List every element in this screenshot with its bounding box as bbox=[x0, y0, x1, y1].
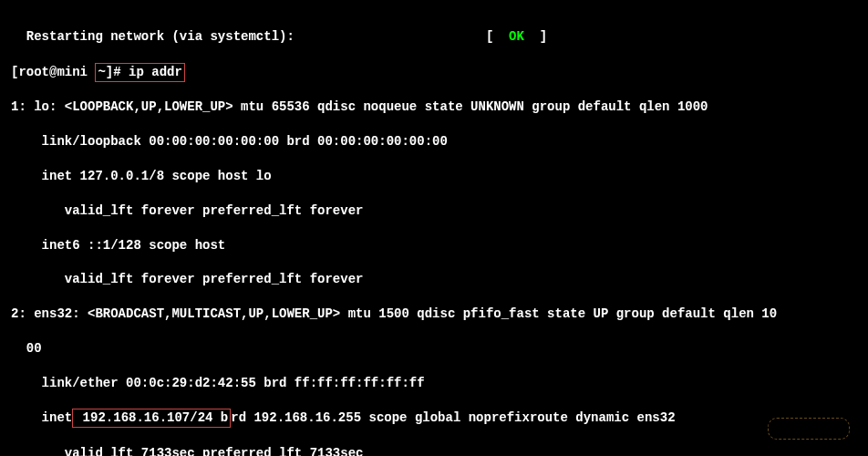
inet-prefix: inet bbox=[11, 410, 72, 425]
iface-lo-valid6: valid_lft forever preferred_lft forever bbox=[11, 271, 857, 288]
watermark bbox=[768, 418, 850, 440]
iface-lo-valid: valid_lft forever preferred_lft forever bbox=[11, 202, 857, 220]
terminal-output[interactable]: Restarting network (via systemctl): [ OK… bbox=[7, 7, 861, 456]
restart-text: Restarting network (via systemctl): [ bbox=[11, 29, 509, 44]
iface-lo-link: link/loopback 00:00:00:00:00:00 brd 00:0… bbox=[11, 133, 857, 150]
iface-lo-inet: inet 127.0.0.1/8 scope host lo bbox=[11, 168, 857, 185]
restart-status-line: Restarting network (via systemctl): [ OK… bbox=[11, 28, 857, 46]
prompt-ip-addr: [root@mini ~]# ip addr bbox=[11, 63, 857, 82]
restart-post: ] bbox=[524, 29, 547, 44]
ok-status: OK bbox=[509, 29, 524, 44]
iface-ens32-inet: inet 192.168.16.107/24 brd 192.168.16.25… bbox=[11, 409, 857, 428]
iface-ens32-header: 2: ens32: <BROADCAST,MULTICAST,UP,LOWER_… bbox=[11, 306, 857, 323]
iface-ens32-valid: valid_lft 7133sec preferred_lft 7133sec bbox=[11, 445, 857, 456]
ip-address-box: 192.168.16.107/24 b bbox=[72, 409, 231, 428]
inet-suffix: rd 192.168.16.255 scope global noprefixr… bbox=[231, 410, 675, 425]
iface-lo-header: 1: lo: <LOOPBACK,UP,LOWER_UP> mtu 65536 … bbox=[11, 98, 857, 116]
iface-lo-inet6: inet6 ::1/128 scope host bbox=[11, 237, 857, 254]
iface-ens32-link: link/ether 00:0c:29:d2:42:55 brd ff:ff:f… bbox=[11, 375, 857, 392]
command-ip-addr-box: ~]# ip addr bbox=[95, 63, 184, 82]
iface-ens32-header-cont: 00 bbox=[11, 340, 857, 358]
prompt-prefix: [root@mini bbox=[11, 65, 95, 79]
